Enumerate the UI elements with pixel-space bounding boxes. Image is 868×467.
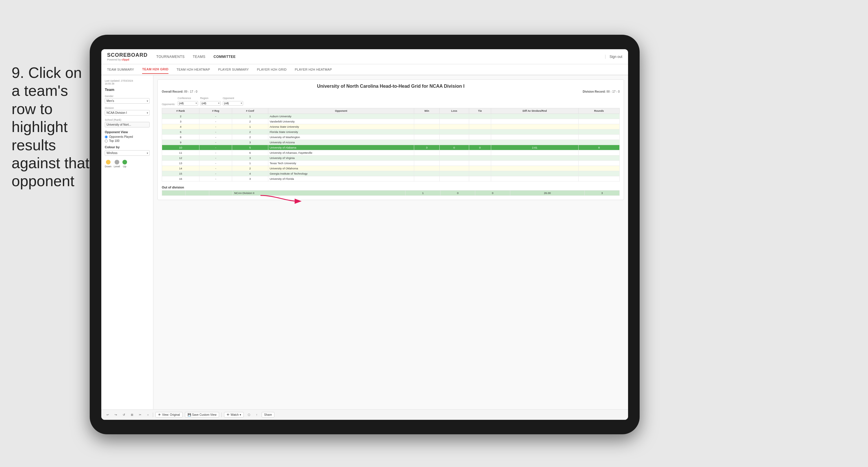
- save-custom-btn[interactable]: 💾 Save Custom View: [185, 412, 219, 417]
- table-row[interactable]: 9-3University of Arizona: [162, 140, 620, 145]
- table-cell: 8: [162, 135, 199, 140]
- table-cell: 14: [162, 166, 199, 171]
- table-cell: University of Arkansas, Fayetteville: [268, 150, 414, 155]
- table-row[interactable]: 11-6University of Arkansas, Fayetteville: [162, 150, 620, 155]
- table-cell: 4: [232, 171, 268, 176]
- redo-btn[interactable]: ↪: [113, 412, 119, 417]
- table-row[interactable]: 2-1Auburn University: [162, 114, 620, 119]
- gender-select-wrapper: Men's Women's: [105, 98, 150, 104]
- table-container: University of North Carolina Head-to-Hea…: [157, 79, 624, 200]
- reset-btn[interactable]: ↺: [121, 412, 127, 417]
- table-cell: -: [199, 166, 232, 171]
- table-cell: 6: [232, 150, 268, 155]
- share-alt-btn[interactable]: ⬡: [246, 412, 252, 417]
- table-cell: University of Oklahoma: [268, 166, 414, 171]
- table-cell: Auburn University: [268, 114, 414, 119]
- division-label: Division: [105, 107, 150, 110]
- school-field-wrapper: University of Nort...: [105, 122, 150, 127]
- table-cell: [579, 140, 620, 145]
- nav-tournaments[interactable]: TOURNAMENTS: [156, 54, 185, 60]
- table-cell: [491, 129, 578, 135]
- legend-up-dot: [122, 160, 127, 165]
- col-reg: # Reg: [199, 108, 232, 114]
- table-cell: University of Alabama: [268, 145, 414, 150]
- view-original-btn[interactable]: 👁 View: Original: [155, 412, 183, 417]
- division-select[interactable]: NCAA Division I NCAA Division II: [105, 110, 150, 116]
- subnav-player-summary[interactable]: PLAYER SUMMARY: [218, 65, 249, 74]
- table-cell: [439, 161, 469, 166]
- legend-level-label: Level: [114, 165, 120, 168]
- table-cell: 2: [232, 166, 268, 171]
- table-row[interactable]: 6-2Florida State University: [162, 129, 620, 135]
- table-row[interactable]: 12-3University of Virginia: [162, 155, 620, 161]
- top-nav: SCOREBOARD Powered by clippd TOURNAMENTS…: [101, 49, 628, 64]
- watch-icon: 👁: [227, 413, 229, 416]
- table-cell: [439, 124, 469, 129]
- table-cell: Arizona State University: [268, 124, 414, 129]
- nav-teams[interactable]: TEAMS: [193, 54, 206, 60]
- out-div-win: 1: [405, 191, 440, 196]
- table-row[interactable]: 15-4Georgia Institute of Technology: [162, 171, 620, 176]
- conference-select[interactable]: (All): [178, 101, 198, 106]
- legend-level: Level: [114, 160, 120, 168]
- table-row[interactable]: 4-1Arizona State University: [162, 124, 620, 129]
- colour-select[interactable]: Win/loss: [105, 150, 150, 156]
- col-opponent: Opponent: [268, 108, 414, 114]
- table-row[interactable]: 10-5University of Alabama3002.618: [162, 145, 620, 150]
- table-row[interactable]: 14-2University of Oklahoma: [162, 166, 620, 171]
- share-btn[interactable]: Share: [261, 412, 275, 417]
- nav-committee[interactable]: COMMITTEE: [214, 54, 236, 60]
- out-div-rounds: 3: [585, 191, 620, 196]
- logo-powered: Powered by clippd: [107, 58, 148, 61]
- grid-btn[interactable]: ⊞: [129, 412, 135, 417]
- subnav-team-h2h-grid[interactable]: TEAM H2H GRID: [142, 65, 168, 74]
- opponent-select[interactable]: (All): [223, 101, 243, 106]
- table-cell: [579, 150, 620, 155]
- save-icon: 💾: [188, 413, 191, 416]
- radio-top-100[interactable]: Top 100: [105, 139, 150, 142]
- table-cell: [491, 150, 578, 155]
- legend-up-label: Up: [123, 165, 126, 168]
- table-cell: [414, 129, 439, 135]
- table-row[interactable]: 13-1Texas Tech University: [162, 161, 620, 166]
- out-of-division-row[interactable]: NCAA Division II 1 0 0 26.00 3: [162, 191, 620, 196]
- export-btn[interactable]: ↑: [254, 412, 259, 417]
- opponent-view-title: Opponent View: [105, 130, 150, 134]
- table-cell: 3: [162, 119, 199, 124]
- sign-out-link[interactable]: Sign out: [605, 55, 622, 59]
- gender-select[interactable]: Men's Women's: [105, 98, 150, 104]
- opponent-select-wrapper: (All): [223, 100, 243, 106]
- undo-btn[interactable]: ↩: [105, 412, 111, 417]
- table-cell: [439, 166, 469, 171]
- table-cell: [414, 171, 439, 176]
- table-cell: [439, 155, 469, 161]
- table-cell: -: [199, 155, 232, 161]
- table-row[interactable]: 3-2Vanderbilt University: [162, 119, 620, 124]
- table-cell: [579, 155, 620, 161]
- table-cell: [439, 150, 469, 155]
- table-cell: 0: [469, 145, 491, 150]
- cut-btn[interactable]: ✂: [137, 412, 143, 417]
- table-cell: -: [199, 161, 232, 166]
- clock-btn[interactable]: ○: [145, 412, 151, 417]
- toolbar-sep-2: [221, 413, 222, 417]
- table-cell: Florida State University: [268, 129, 414, 135]
- subnav-team-h2h-heatmap[interactable]: TEAM H2H HEATMAP: [177, 65, 210, 74]
- table-cell: 3: [232, 140, 268, 145]
- region-select[interactable]: (All): [200, 101, 221, 106]
- conference-filter: Conference (All): [178, 97, 198, 106]
- subnav-player-h2h-heatmap[interactable]: PLAYER H2H HEATMAP: [294, 65, 332, 74]
- table-cell: [414, 150, 439, 155]
- watch-btn[interactable]: 👁 Watch ▾: [224, 412, 244, 417]
- legend-level-dot: [115, 160, 119, 165]
- radio-opponents-played[interactable]: Opponents Played: [105, 135, 150, 138]
- subnav-team-summary[interactable]: TEAM SUMMARY: [107, 65, 134, 74]
- filters-row: Opponents: Conference (All) Region: [162, 97, 620, 106]
- table-row[interactable]: 16-3University of Florida: [162, 176, 620, 181]
- table-cell: 1: [232, 161, 268, 166]
- table-row[interactable]: 8-2University of Washington: [162, 135, 620, 140]
- col-rounds: Rounds: [579, 108, 620, 114]
- subnav-player-h2h-grid[interactable]: PLAYER H2H GRID: [257, 65, 287, 74]
- out-div-diff: 26.00: [510, 191, 584, 196]
- table-cell: [469, 135, 491, 140]
